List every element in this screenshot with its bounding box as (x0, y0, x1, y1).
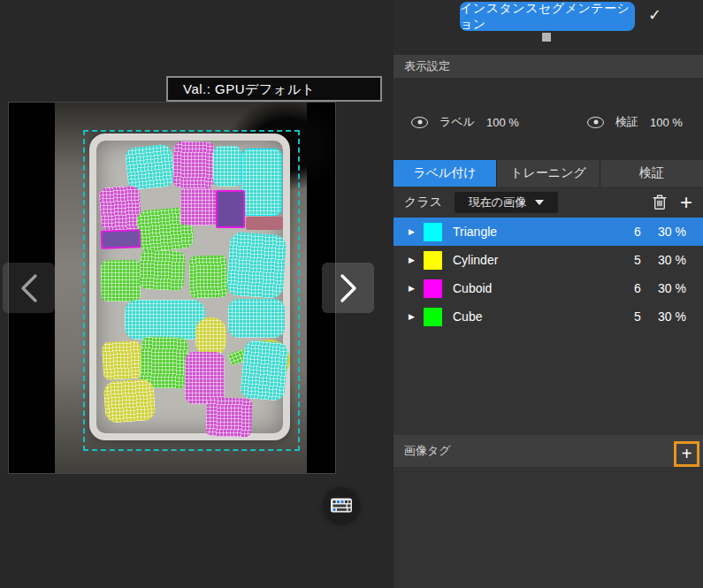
eye-visibility-icon[interactable] (587, 117, 604, 128)
class-name: Cuboid (453, 281, 627, 295)
class-expander-icon[interactable]: ▶ (409, 312, 417, 321)
tab-validation[interactable]: 検証 (600, 160, 703, 187)
class-instance-count: 6 (627, 225, 648, 239)
annotated-image[interactable] (8, 102, 336, 474)
task-button-anchor (542, 33, 551, 42)
class-expander-icon[interactable]: ▶ (409, 284, 417, 293)
class-color-swatch (424, 308, 442, 326)
eye-visibility-icon[interactable] (411, 117, 428, 128)
class-name: Cube (453, 309, 627, 324)
class-row-cube[interactable]: ▶Cube530 % (394, 302, 703, 331)
class-actions: + (653, 194, 692, 211)
control-panel: インスタンスセグメンテーション ✓ 表示設定 ラベル 100 % 検証 100 … (394, 0, 703, 588)
next-image-button[interactable] (322, 263, 374, 313)
display-settings-header: 表示設定 (394, 55, 703, 78)
image-tags-header: 画像タグ (394, 435, 703, 467)
label-opacity-label: ラベル (439, 114, 475, 130)
task-type-button[interactable]: インスタンスセグメンテーション (460, 2, 635, 31)
label-opacity-group: ラベル 100 % (411, 114, 519, 130)
chevron-left-icon (18, 273, 41, 303)
class-expander-icon[interactable]: ▶ (409, 256, 417, 264)
mode-tabs: ラベル付け トレーニング 検証 (394, 160, 703, 187)
class-scope-value: 現在の画像 (469, 195, 526, 210)
class-scope-dropdown[interactable]: 現在の画像 (455, 192, 558, 213)
class-opacity-value[interactable]: 30 % (648, 253, 703, 267)
trash-icon[interactable] (653, 194, 667, 210)
add-class-button[interactable]: + (680, 194, 692, 211)
class-color-swatch (424, 223, 442, 241)
class-color-swatch (424, 279, 442, 298)
class-opacity-value[interactable]: 30 % (648, 225, 703, 239)
validation-opacity-label: 検証 (615, 114, 638, 130)
label-opacity-value[interactable]: 100 % (486, 116, 519, 129)
validation-opacity-value[interactable]: 100 % (650, 116, 683, 129)
chevron-down-icon (535, 200, 544, 205)
class-row-triangle[interactable]: ▶Triangle630 % (394, 218, 703, 246)
class-instance-count: 6 (627, 281, 648, 295)
keyboard-shortcuts-button[interactable] (324, 487, 359, 523)
class-panel-header: クラス 現在の画像 + (394, 187, 703, 218)
keyboard-icon (330, 497, 353, 514)
class-color-swatch (424, 251, 442, 270)
validation-opacity-group: 検証 100 % (587, 114, 683, 130)
previous-image-button[interactable] (3, 263, 55, 313)
annotation-tool-window: Val.: GPUデフォルト (0, 0, 703, 588)
image-viewer: Val.: GPUデフォルト (0, 0, 394, 588)
class-instance-count: 5 (627, 253, 648, 267)
class-name: Triangle (453, 225, 627, 239)
confirm-check-icon[interactable]: ✓ (648, 5, 661, 25)
tab-labeling[interactable]: ラベル付け (394, 160, 496, 187)
class-opacity-value[interactable]: 30 % (648, 281, 703, 295)
opacity-settings: ラベル 100 % 検証 100 % (394, 78, 703, 160)
class-panel-title: クラス (404, 195, 442, 210)
class-name: Cylinder (453, 253, 627, 267)
class-expander-icon[interactable]: ▶ (409, 227, 417, 236)
class-row-cuboid[interactable]: ▶Cuboid630 % (394, 274, 703, 302)
class-instance-count: 5 (627, 309, 648, 324)
roi-dashed-rect (83, 130, 300, 451)
add-image-tag-button[interactable]: + (674, 441, 699, 467)
tab-training[interactable]: トレーニング (497, 160, 600, 187)
class-opacity-value[interactable]: 30 % (648, 309, 703, 324)
class-row-cylinder[interactable]: ▶Cylinder530 % (394, 246, 703, 274)
chevron-right-icon (337, 273, 360, 303)
validation-source-badge: Val.: GPUデフォルト (166, 76, 382, 102)
class-list: ▶Triangle630 %▶Cylinder530 %▶Cuboid630 %… (394, 218, 703, 331)
